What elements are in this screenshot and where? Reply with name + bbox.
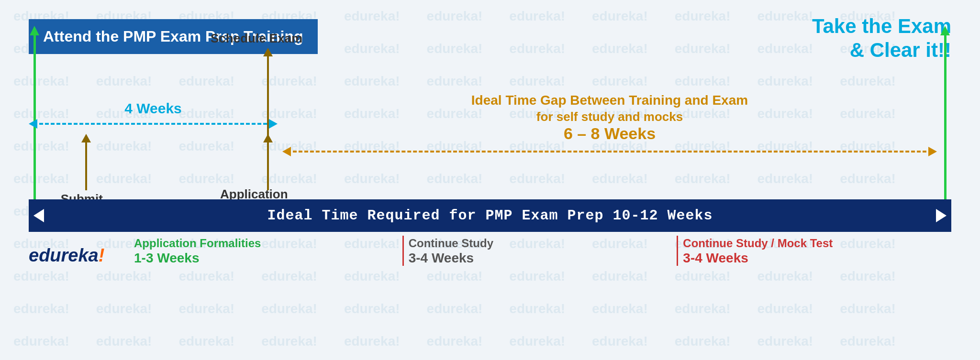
schedule-arrow-head [263, 48, 273, 56]
main-bar-text: Ideal Time Required for PMP Exam Prep 10… [267, 207, 713, 224]
arrow-up-right [940, 26, 950, 35]
main-container: Attend the PMP Exam Prep Training Take t… [0, 0, 980, 360]
four-weeks-label: 4 Weeks [29, 100, 278, 117]
bottom-col-1: Application Formalities 1-3 Weeks [129, 236, 404, 266]
bottom-col-3: Continue Study / Mock Test 3-4 Weeks [678, 236, 951, 266]
col2-title: Continue Study [409, 236, 672, 251]
ideal-gap-line2: for self study and mocks [282, 109, 937, 124]
approval-arrow-line [267, 142, 269, 190]
dashed-arrow-gold [282, 147, 937, 156]
ideal-gap-line1: Ideal Time Gap Between Training and Exam [282, 91, 937, 109]
ideal-gap-area: Ideal Time Gap Between Training and Exam… [282, 91, 937, 156]
bottom-section: edureka! Application Formalities 1-3 Wee… [29, 232, 951, 287]
col3-weeks: 3-4 Weeks [683, 251, 947, 266]
col3-title: Continue Study / Mock Test [683, 236, 947, 251]
bar-arrow-left [33, 209, 44, 222]
schedule-exam-label: Schedule Exam [211, 31, 302, 46]
arrow-left-blue [29, 119, 37, 129]
approval-arrow-container [263, 134, 273, 190]
arrow-up-left [30, 26, 39, 35]
four-weeks-area: 4 Weeks [29, 100, 278, 129]
take-exam-label: Take the Exam & Clear it!! [812, 14, 951, 63]
timeline-section: 4 Weeks Submit Application [29, 86, 951, 287]
bar-arrow-right [936, 209, 947, 222]
bottom-col-2: Continue Study 3-4 Weeks [404, 236, 679, 266]
col1-weeks: 1-3 Weeks [134, 251, 398, 266]
col2-weeks: 3-4 Weeks [409, 251, 672, 266]
ideal-gap-weeks: 6 – 8 Weeks [282, 124, 937, 143]
submit-arrow-container [81, 134, 91, 190]
edureka-logo: edureka! [29, 236, 129, 266]
schedule-arrow-line [267, 56, 269, 142]
schedule-exam-text: Schedule Exam [211, 31, 302, 45]
top-section: Attend the PMP Exam Prep Training Take t… [29, 14, 951, 76]
dashed-line-blue [39, 123, 267, 125]
approval-arrow-head [263, 134, 273, 142]
dashed-arrow-blue [29, 119, 278, 129]
col1-title: Application Formalities [134, 236, 398, 251]
edureka-text: edureka [29, 245, 99, 265]
schedule-arrow-container [263, 48, 273, 142]
submit-arrow-line [85, 142, 87, 190]
edureka-suffix: ! [99, 245, 105, 265]
take-exam-line2: & Clear it!! [812, 38, 951, 62]
gold-arrow-right [928, 147, 937, 156]
green-line-right [944, 34, 947, 207]
gold-arrow-left [282, 147, 291, 156]
submit-arrow-head [81, 134, 91, 142]
gold-dashed-line [293, 151, 926, 153]
main-bar: Ideal Time Required for PMP Exam Prep 10… [29, 199, 951, 232]
take-exam-line1: Take the Exam [812, 14, 951, 38]
